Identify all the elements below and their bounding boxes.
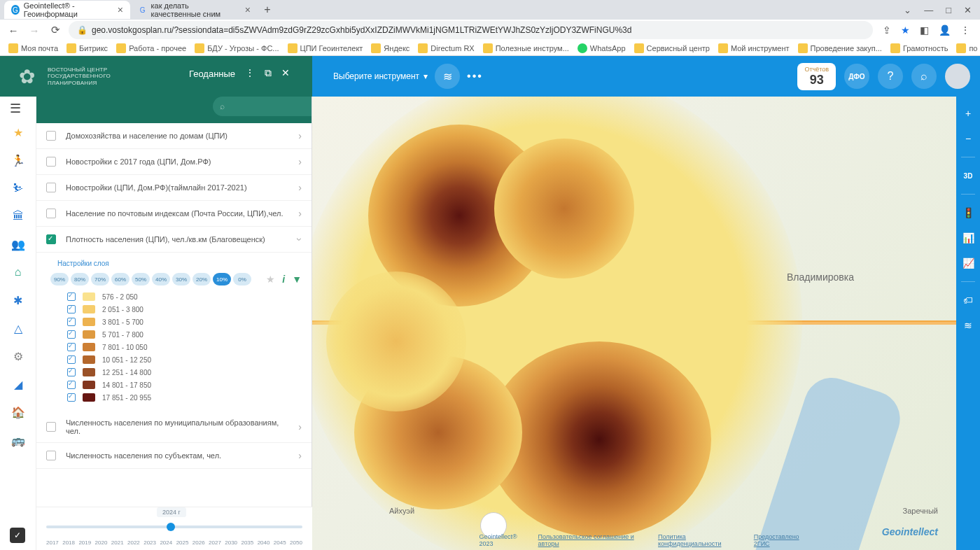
layer-checkbox[interactable]	[46, 451, 56, 460]
bookmark-item[interactable]: Яндекс	[368, 42, 412, 55]
opacity-pill[interactable]: 60%	[111, 273, 130, 285]
layer-checkbox[interactable]	[46, 157, 56, 167]
layer-checkbox[interactable]	[46, 234, 56, 244]
menu-icon[interactable]: ⋮	[960, 24, 970, 36]
opacity-pill[interactable]: 10%	[213, 273, 231, 285]
browser-tab-active[interactable]: GGeointellect® - Геоинформаци×	[4, 1, 130, 19]
bookmark-item[interactable]: Грамотность	[888, 42, 951, 55]
share-icon[interactable]: ⇪	[883, 24, 891, 36]
timeline[interactable]: 2024 г 201720182019202020212022202320242…	[36, 507, 312, 550]
legend-row[interactable]: 14 801 - 17 850	[67, 381, 302, 389]
more-dots-icon[interactable]: •••	[467, 70, 483, 83]
filter-icon[interactable]: ▼	[292, 274, 302, 285]
layer-checkbox[interactable]	[46, 131, 56, 141]
house-icon[interactable]: 🏠	[9, 403, 27, 421]
layer-checkbox[interactable]	[46, 209, 56, 218]
more-icon[interactable]: ⋮	[245, 67, 255, 79]
forward-button[interactable]: →	[27, 22, 42, 38]
chart-icon[interactable]: 📊	[961, 231, 975, 245]
reports-counter[interactable]: Отчётов93	[797, 63, 836, 90]
flag-icon[interactable]: ◢	[9, 375, 27, 393]
bookmark-item[interactable]: Работа - прочее	[113, 42, 189, 55]
timeline-year[interactable]: 2025	[176, 540, 189, 546]
timeline-year[interactable]: 2026	[192, 540, 205, 546]
minimize-icon[interactable]: —	[924, 5, 933, 15]
layers-button[interactable]: ≋	[435, 64, 460, 89]
agreement-link[interactable]: Пользовательское соглашение и авторы	[538, 533, 650, 547]
traffic-icon[interactable]: 🚦	[961, 206, 975, 220]
legend-checkbox[interactable]	[67, 368, 76, 376]
opacity-pill[interactable]: 80%	[71, 273, 89, 285]
reload-button[interactable]: ⟳	[48, 22, 63, 38]
star-icon[interactable]: ★	[266, 274, 275, 285]
bookmark-item[interactable]: Моя почта	[6, 42, 61, 55]
bookmark-item[interactable]: ЦПИ Геоинтелект	[285, 42, 366, 55]
layer-row[interactable]: Новостройки с 2017 года (ЦПИ, Дом.РФ)›	[36, 149, 312, 175]
star-icon[interactable]: ★	[9, 123, 27, 141]
layer-row[interactable]: Население по почтовым индексам (Почта Ро…	[36, 201, 312, 227]
layer-row[interactable]: Численность населения по муниципальным о…	[36, 411, 312, 443]
timeline-handle[interactable]	[167, 523, 175, 531]
layer-row[interactable]: Домохозяйства и население по домам (ЦПИ)…	[36, 123, 312, 149]
legend-checkbox[interactable]	[67, 292, 76, 301]
timeline-year[interactable]: 2050	[290, 540, 302, 546]
legend-row[interactable]: 5 701 - 7 800	[67, 330, 302, 339]
timeline-year[interactable]: 2030	[225, 540, 237, 546]
layers-icon[interactable]: ≋	[961, 318, 975, 332]
opacity-pill[interactable]: 50%	[132, 273, 150, 285]
help-button[interactable]: ?	[878, 64, 903, 89]
legend-checkbox[interactable]	[67, 381, 76, 389]
extension-icon[interactable]: ◧	[920, 24, 929, 36]
network-icon[interactable]: ✱	[9, 291, 27, 309]
profile-icon[interactable]: 👤	[939, 24, 951, 36]
opacity-pill[interactable]: 90%	[50, 273, 69, 285]
legend-row[interactable]: 17 851 - 20 955	[67, 393, 302, 402]
map-canvas[interactable]: Владимировка Айхуэй Заречный Geointellec…	[312, 97, 980, 550]
legend-row[interactable]: 10 051 - 12 250	[67, 355, 302, 364]
tool-selector[interactable]: Выберите инструмент▾	[333, 71, 428, 81]
legend-checkbox[interactable]	[67, 355, 76, 364]
close-icon[interactable]: ✕	[281, 67, 290, 79]
bookmark-item[interactable]: Битрикс	[64, 42, 111, 55]
star-icon[interactable]: ★	[901, 24, 910, 36]
activity-icon[interactable]: ⛷	[9, 179, 27, 197]
timeline-year[interactable]: 2020	[95, 540, 108, 546]
gear-icon[interactable]: ⚙	[9, 347, 27, 365]
bookmark-item[interactable]: Сервисный центр	[631, 42, 713, 55]
opacity-pill[interactable]: 30%	[172, 273, 190, 285]
window-icon[interactable]: ⧉	[265, 67, 272, 79]
legend-row[interactable]: 12 251 - 14 800	[67, 368, 302, 376]
building-icon[interactable]: 🏛	[9, 207, 27, 225]
info-icon[interactable]: i	[282, 274, 285, 285]
layer-checkbox[interactable]	[46, 422, 56, 432]
bookmark-item[interactable]: Полезные инструм...	[480, 42, 572, 55]
timeline-year[interactable]: 2023	[144, 540, 156, 546]
avatar[interactable]	[945, 64, 970, 89]
bookmark-item[interactable]: БДУ - Угрозы - ФС...	[192, 42, 281, 55]
opacity-pill[interactable]: 40%	[152, 273, 170, 285]
privacy-link[interactable]: Политика конфиденциальности	[658, 533, 746, 547]
search-button[interactable]: ⌕	[911, 64, 937, 89]
legend-row[interactable]: 3 801 - 5 700	[67, 318, 302, 326]
timeline-year[interactable]: 2040	[258, 540, 270, 546]
timeline-year[interactable]: 2018	[62, 540, 75, 546]
people-icon[interactable]: 👥	[9, 235, 27, 253]
bookmark-item[interactable]: по работе	[953, 42, 980, 55]
opacity-pill[interactable]: 20%	[192, 273, 211, 285]
layer-row[interactable]: Плотность населения (ЦПИ), чел./кв.км (Б…	[36, 227, 312, 253]
legend-checkbox[interactable]	[67, 343, 76, 351]
layer-search[interactable]: ⌕×	[213, 97, 312, 116]
url-input[interactable]: 🔒geo.vostokgosplan.ru/?sessiondata=di5sZ…	[69, 21, 873, 39]
run-icon[interactable]: 🏃	[9, 151, 27, 169]
tag-icon[interactable]: 🏷	[961, 293, 975, 307]
bookmark-item[interactable]: Проведение закуп...	[795, 42, 885, 55]
warning-icon[interactable]: △	[9, 319, 27, 337]
layer-row[interactable]: Новостройки (ЦПИ, Дом.РФ)(таймлайн 2017-…	[36, 175, 312, 201]
legend-checkbox[interactable]	[67, 330, 76, 339]
legend-checkbox[interactable]	[67, 318, 76, 326]
opacity-pill[interactable]: 0%	[233, 273, 251, 285]
bookmark-item[interactable]: Мой инструмент	[715, 42, 792, 55]
home-icon[interactable]: ⌂	[9, 263, 27, 281]
legend-row[interactable]: 7 801 - 10 050	[67, 343, 302, 351]
legend-row[interactable]: 2 051 - 3 800	[67, 305, 302, 313]
